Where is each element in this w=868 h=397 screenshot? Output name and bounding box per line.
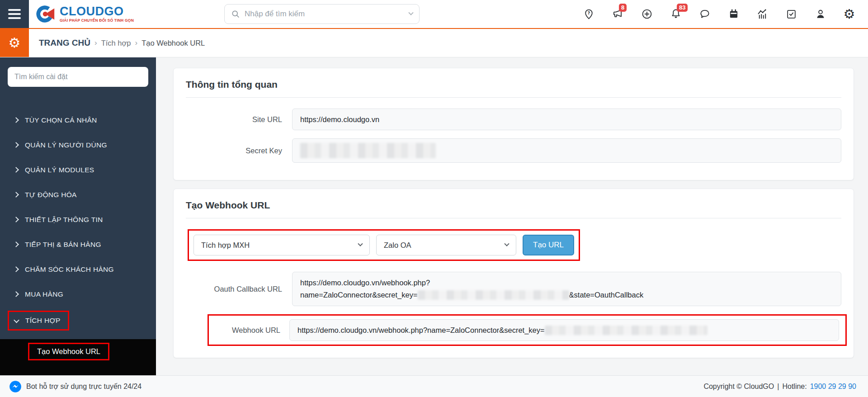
footer-support[interactable]: Bot hỗ trợ sử dụng trực tuyến 24/24 (9, 380, 142, 393)
announcements-badge: 8 (619, 4, 627, 12)
webhook-url-field[interactable]: https://demo.cloudgo.vn/webhook.php?name… (289, 319, 839, 341)
oauth-callback-label: Oauth Callback URL (186, 285, 292, 293)
chart-icon (756, 8, 769, 20)
annotation-box-webhook-url: Webhook URL https://demo.cloudgo.vn/webh… (208, 314, 847, 346)
site-url-field[interactable]: https://demo.cloudgo.vn (292, 109, 841, 130)
tasks-button[interactable] (785, 8, 797, 20)
cloudgo-logo-icon (35, 4, 56, 24)
top-bar: CLOUDGO GIẢI PHÁP CHUYỂN ĐỔI SỐ TINH GỌN… (0, 0, 868, 29)
oauth-callback-row: Oauth Callback URL https://demo.cloudgo.… (186, 272, 841, 306)
hamburger-icon (8, 7, 21, 21)
help-pin-button[interactable]: ? (583, 8, 595, 20)
user-icon (815, 8, 826, 20)
chevron-right-icon (13, 117, 19, 123)
global-search-input[interactable] (245, 9, 405, 19)
breadcrumb-separator: › (94, 38, 97, 47)
secret-key-field[interactable] (292, 138, 841, 163)
sidebar-item-module-management[interactable]: QUẢN LÝ MODULES (0, 157, 156, 182)
calendar-icon (728, 8, 740, 20)
chat-button[interactable] (698, 8, 711, 20)
chevron-right-icon (13, 291, 19, 297)
sidebar-item-purchasing[interactable]: MUA HÀNG (0, 282, 156, 307)
chevron-right-icon (13, 192, 19, 198)
sidebar-item-info-setup[interactable]: THIẾT LẬP THÔNG TIN (0, 207, 156, 232)
announcements-button[interactable]: 8 (612, 8, 624, 20)
footer-hotline-number[interactable]: 1900 29 29 90 (810, 383, 856, 391)
sidebar-item-label: CHĂM SÓC KHÁCH HÀNG (25, 265, 114, 274)
create-url-button[interactable]: Tạo URL (523, 235, 574, 255)
secret-key-label: Secret Key (186, 147, 292, 155)
chevron-down-icon (14, 317, 19, 323)
sidebar-item-marketing-sales[interactable]: TIẾP THỊ & BÁN HÀNG (0, 232, 156, 257)
secret-key-row: Secret Key (186, 138, 841, 163)
redacted-secret-key (545, 326, 708, 335)
settings-sidebar: TÙY CHỌN CÁ NHÂN QUẢN LÝ NGƯỜI DÙNG QUẢN… (0, 57, 156, 375)
sidebar-item-label: TÙY CHỌN CÁ NHÂN (25, 116, 97, 124)
footer-right: Copyright © CloudGO | Hotline: 1900 29 2… (703, 383, 856, 391)
sidebar-item-label: TỰ ĐỘNG HÓA (25, 191, 77, 199)
sidebar-item-customer-care[interactable]: CHĂM SÓC KHÁCH HÀNG (0, 257, 156, 282)
sidebar-subitem-create-webhook-url[interactable]: Tạo Webhook URL (28, 343, 109, 360)
webhook-url-label: Webhook URL (213, 326, 289, 335)
plus-circle-icon (641, 8, 653, 20)
notifications-badge: 83 (677, 4, 688, 12)
check-square-icon (786, 9, 797, 20)
chevron-right-icon (13, 241, 19, 247)
logo-tagline: GIẢI PHÁP CHUYỂN ĐỔI SỐ TINH GỌN (60, 18, 134, 23)
chevron-right-icon (13, 266, 19, 272)
webhook-card: Tạo Webhook URL Tích hợp MXH Zalo OA Tạo… (173, 189, 854, 358)
search-dropdown-chevron-icon[interactable] (408, 10, 413, 15)
logo-name: CLOUDGO (60, 5, 134, 17)
sidebar-item-user-management[interactable]: QUẢN LÝ NGƯỜI DÙNG (0, 132, 156, 157)
oauth-callback-field[interactable]: https://demo.cloudgo.vn/webhook.php? nam… (292, 272, 841, 306)
breadcrumb-section-link[interactable]: Tích hợp (101, 39, 131, 47)
location-help-icon: ? (583, 9, 594, 20)
settings-button[interactable]: ⚙ (843, 8, 855, 20)
breadcrumb-separator: › (135, 38, 138, 47)
footer-copyright: Copyright © CloudGO (703, 383, 774, 391)
messenger-icon (9, 380, 22, 393)
service-value: Zalo OA (384, 241, 411, 250)
logo-text: CLOUDGO GIẢI PHÁP CHUYỂN ĐỔI SỐ TINH GỌN (60, 5, 134, 23)
breadcrumb: TRANG CHỦ › Tích hợp › Tạo Webhook URL (29, 38, 205, 48)
chevron-right-icon (13, 167, 19, 173)
app-logo[interactable]: CLOUDGO GIẢI PHÁP CHUYỂN ĐỔI SỐ TINH GỌN (29, 4, 134, 24)
integration-type-select[interactable]: Tích hợp MXH (193, 235, 370, 255)
webhook-card-title: Tạo Webhook URL (186, 200, 841, 218)
overview-card: Thông tin tổng quan Site URL https://dem… (173, 68, 854, 180)
breadcrumb-home-link[interactable]: TRANG CHỦ (39, 38, 90, 48)
sidebar-item-integration[interactable]: TÍCH HỢP (0, 307, 156, 335)
gear-icon: ⚙ (844, 8, 855, 21)
annotation-box-integration: TÍCH HỢP (8, 311, 69, 331)
oauth-url-line1: https://demo.cloudgo.vn/webhook.php? (300, 279, 430, 287)
site-url-label: Site URL (186, 115, 292, 124)
footer: Bot hỗ trợ sử dụng trực tuyến 24/24 Copy… (0, 375, 868, 397)
sidebar-nav: TÙY CHỌN CÁ NHÂN QUẢN LÝ NGƯỜI DÙNG QUẢN… (0, 108, 156, 335)
sidebar-item-automation[interactable]: TỰ ĐỘNG HÓA (0, 182, 156, 207)
reports-button[interactable] (756, 8, 769, 20)
sidebar-item-label: TÍCH HỢP (25, 317, 61, 325)
footer-divider: | (777, 383, 779, 391)
app-window: CLOUDGO GIẢI PHÁP CHUYỂN ĐỔI SỐ TINH GỌN… (0, 0, 868, 397)
profile-button[interactable] (814, 8, 826, 20)
overview-card-title: Thông tin tổng quan (186, 79, 841, 98)
notifications-button[interactable]: 83 (670, 8, 682, 20)
chevron-down-icon (358, 241, 363, 246)
chevron-down-icon (504, 241, 509, 246)
sidebar-submenu: Tạo Webhook URL (0, 339, 156, 375)
settings-module-tab[interactable]: ⚙ (0, 29, 29, 57)
sidebar-search-input[interactable] (8, 67, 148, 87)
calendar-button[interactable] (727, 8, 740, 20)
sidebar-item-label: QUẢN LÝ MODULES (25, 166, 94, 174)
sidebar-item-label: MUA HÀNG (25, 290, 63, 298)
svg-text:?: ? (588, 10, 590, 15)
service-select[interactable]: Zalo OA (376, 235, 516, 255)
sidebar-item-personal-options[interactable]: TÙY CHỌN CÁ NHÂN (0, 108, 156, 132)
settings-gear-icon: ⚙ (9, 36, 21, 50)
breadcrumb-current-page: Tạo Webhook URL (142, 39, 205, 47)
breadcrumb-bar: ⚙ TRANG CHỦ › Tích hợp › Tạo Webhook URL (0, 29, 868, 57)
chat-bubble-icon (699, 8, 711, 20)
quick-add-button[interactable] (641, 8, 653, 20)
global-search-bar[interactable] (224, 4, 420, 24)
hamburger-menu-button[interactable] (0, 0, 29, 28)
